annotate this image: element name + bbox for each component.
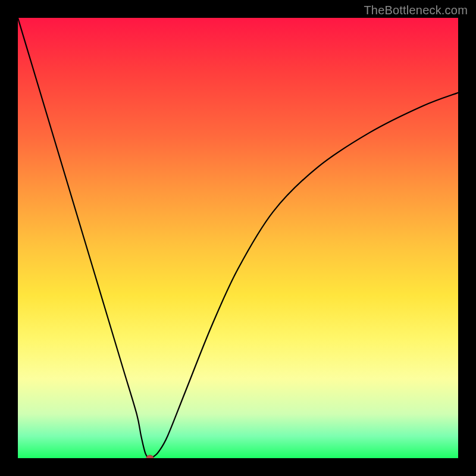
chart-svg xyxy=(18,18,458,458)
watermark-text: TheBottleneck.com xyxy=(364,4,468,17)
optimal-point-marker xyxy=(146,455,154,458)
bottleneck-curve xyxy=(18,18,458,458)
chart-frame: TheBottleneck.com xyxy=(0,0,476,476)
plot-area xyxy=(18,18,458,458)
